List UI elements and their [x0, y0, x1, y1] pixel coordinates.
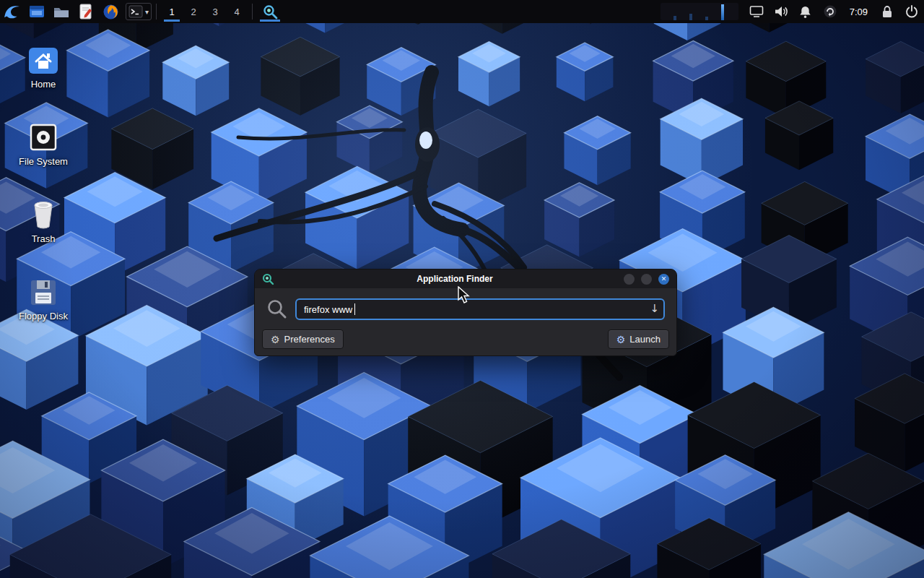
taskbar-application-finder[interactable]	[257, 0, 283, 23]
preferences-label: Preferences	[284, 334, 335, 345]
firefox-icon	[103, 4, 119, 20]
desktop-icon-label: File System	[6, 157, 81, 167]
desktop-icon-label: Floppy Disk	[6, 311, 81, 322]
search-icon	[266, 298, 288, 320]
speaker-icon	[774, 5, 788, 18]
desktop: Home File System Trash Floppy Disk	[0, 0, 924, 578]
display-icon	[749, 5, 764, 18]
file-system-icon	[6, 116, 81, 152]
trash-icon	[6, 194, 81, 230]
app-finder-window-icon	[262, 273, 274, 285]
workspace-2[interactable]: 2	[183, 0, 204, 23]
launch-gear-icon: ⚙	[616, 335, 626, 345]
mouse-cursor	[458, 286, 474, 303]
maximize-button[interactable]	[641, 274, 652, 285]
file-manager-launcher[interactable]	[25, 0, 49, 23]
volume-tray-icon[interactable]	[769, 0, 793, 23]
launch-label: Launch	[629, 334, 661, 345]
kali-menu-button[interactable]	[0, 0, 25, 23]
updates-tray-icon[interactable]	[818, 0, 842, 23]
update-arrow-icon	[823, 4, 837, 19]
launch-button[interactable]: ⚙ Launch	[608, 329, 669, 349]
power-icon	[905, 4, 919, 19]
home-icon	[6, 39, 81, 75]
desktop-icon-home[interactable]: Home	[6, 39, 81, 90]
text-caret	[354, 303, 355, 315]
chevron-down-icon: ▾	[145, 8, 149, 16]
desktop-icon-label: Trash	[6, 234, 81, 244]
gear-icon: ⚙	[271, 335, 280, 345]
notifications-tray-icon[interactable]	[793, 0, 818, 23]
panel-separator	[156, 4, 157, 20]
folders-launcher[interactable]	[49, 0, 74, 23]
minimize-button[interactable]	[624, 274, 635, 285]
folder-icon	[53, 5, 69, 19]
workspace-1[interactable]: 1	[161, 0, 183, 23]
terminal-icon	[128, 5, 143, 18]
application-finder-window: Application Finder ✕ ↓ ⚙ Preferences	[254, 269, 677, 356]
top-panel: ▾ 1 2 3 4	[0, 0, 924, 23]
desktop-icon-label: Home	[6, 79, 81, 90]
preferences-button[interactable]: ⚙ Preferences	[262, 329, 344, 349]
input-dropdown-arrow-icon[interactable]: ↓	[650, 302, 659, 315]
lock-icon	[881, 4, 894, 19]
panel-separator	[252, 4, 253, 20]
lock-tray-icon[interactable]	[875, 0, 899, 23]
search-input[interactable]	[295, 298, 665, 320]
floppy-disk-icon	[6, 271, 81, 307]
window-title: Application Finder	[298, 274, 611, 284]
workspace-3[interactable]: 3	[204, 0, 226, 23]
firefox-launcher[interactable]	[98, 0, 123, 23]
close-button[interactable]: ✕	[658, 274, 669, 285]
display-tray-icon[interactable]	[744, 0, 769, 23]
workspace-4[interactable]: 4	[226, 0, 248, 23]
application-finder-task-icon	[263, 4, 278, 20]
system-load-graph[interactable]	[661, 3, 738, 20]
logout-button[interactable]	[899, 0, 924, 23]
text-editor-icon	[79, 4, 93, 20]
desktop-icon-floppy[interactable]: Floppy Disk	[6, 271, 81, 322]
clock[interactable]: 7:09	[842, 7, 875, 17]
file-manager-icon	[29, 4, 45, 19]
desktop-icon-filesystem[interactable]: File System	[6, 116, 81, 167]
desktop-icon-trash[interactable]: Trash	[6, 194, 81, 244]
text-editor-launcher[interactable]	[74, 0, 98, 23]
terminal-dropdown-launcher[interactable]: ▾	[126, 3, 152, 20]
kali-logo-icon	[3, 2, 22, 21]
bell-icon	[798, 5, 812, 19]
